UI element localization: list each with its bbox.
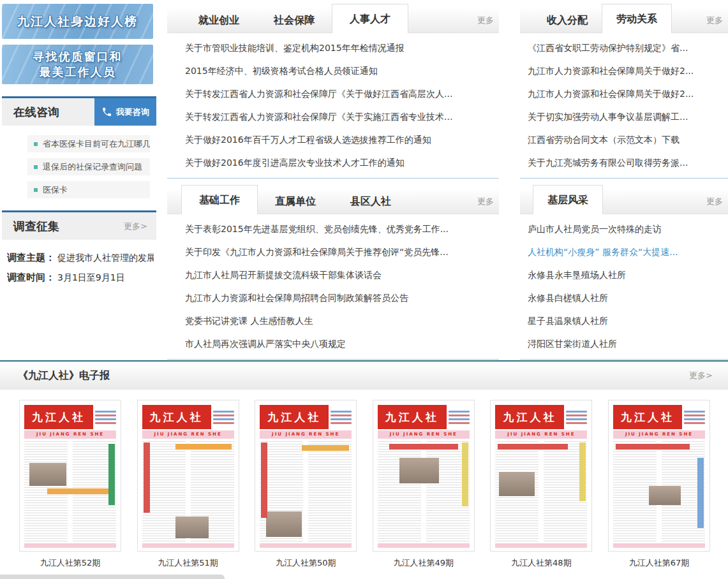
news-item[interactable]: 关于印发《九江市人力资源和社会保障局关于推荐创评“党员先锋...	[185, 240, 499, 263]
tab-employment[interactable]: 就业创业	[181, 8, 256, 33]
tab-county-hr[interactable]: 县区人社	[333, 189, 408, 214]
newspaper-preview-image: 九江人社 JIU JIANG REN SHE	[19, 400, 121, 552]
survey-time-value: 3月1日至9月1日	[57, 272, 125, 282]
newspaper-headline-bar	[389, 444, 458, 450]
news-item[interactable]: 庐山市人社局党员一次特殊的走访	[528, 217, 728, 240]
epaper-thumbnail-issue-50[interactable]: 九江人社 JIU JIANG REN SHE 九江人社第50期	[255, 400, 357, 569]
epaper-more-link[interactable]: 更多>	[689, 370, 722, 381]
tab-income-distribution[interactable]: 收入分配	[533, 8, 602, 33]
consult-question-item[interactable]: 医保卡	[27, 181, 150, 198]
online-consult-header: 在线咨询 我要咨询	[2, 96, 156, 126]
phone-icon	[101, 106, 112, 117]
news-item[interactable]: 永修县永丰垦殖场人社所	[528, 263, 728, 286]
newspaper-masthead-en: JIU JIANG REN SHE	[142, 430, 234, 439]
newspaper-photo	[266, 511, 302, 537]
news-item[interactable]: 九江市人社局召开新提拔交流科级干部集体谈话会	[185, 263, 499, 286]
newspaper-headline-bar	[47, 488, 111, 494]
newspaper-footer-band	[378, 543, 470, 548]
newspaper-footer-band	[495, 543, 587, 548]
newspaper-infobox	[447, 405, 470, 429]
section-grassroots-news: 基层风采 更多 庐山市人社局党员一次特殊的走访 人社机构“小瘦身” 服务群众“大…	[520, 185, 728, 360]
news-item[interactable]: 关于切实加强劳动人事争议基层调解工...	[528, 105, 728, 128]
news-item[interactable]: 关于做好2016年百千万人才工程省级人选选拔推荐工作的通知	[185, 128, 499, 151]
consult-question-item[interactable]: 退保后的社保记录查询问题	[27, 158, 150, 175]
epaper-caption[interactable]: 九江人社第48期	[490, 557, 592, 569]
news-item[interactable]: 党委书记讲党课 人生感悟教人生	[185, 309, 499, 332]
tab-affiliated-units[interactable]: 直属单位	[258, 189, 333, 214]
epaper-caption[interactable]: 九江人社第67期	[608, 557, 710, 569]
top-content-area: 九江人社身边好人榜 寻找优质窗口和 最美工作人员 在线咨询 我要咨询 省本医保卡…	[0, 0, 728, 360]
tab-personnel-talent[interactable]: 人事人才	[332, 4, 408, 33]
employment-more-link[interactable]: 更多	[477, 8, 499, 33]
news-item[interactable]: 江西省劳动合同文本（示范文本）下载	[528, 128, 728, 151]
news-item[interactable]: 关于做好2016年度引进高层次专业技术人才工作的通知	[185, 151, 499, 174]
news-item[interactable]: 九江市人力资源和社会保障局招聘合同制政策解答员公告	[185, 286, 499, 309]
epaper-thumbnail-issue-51[interactable]: 九江人社 JIU JIANG REN SHE 九江人社第51期	[137, 400, 239, 569]
newspaper-body	[260, 441, 352, 542]
newspaper-infobox	[211, 405, 234, 429]
news-item[interactable]: 九江市人力资源和社会保障局关于做好2...	[528, 59, 728, 82]
survey-header: 调查征集 更多>	[2, 210, 156, 240]
epaper-header: 《九江人社》电子报 更多>	[0, 360, 728, 390]
newspaper-side-strip	[261, 443, 267, 518]
labor-news-list: 《江西省女职工劳动保护特别规定》省... 九江市人力资源和社会保障局关于做好2.…	[520, 33, 728, 178]
tab-social-security[interactable]: 社会保障	[256, 8, 332, 33]
news-item[interactable]: 关于表彰2015年先进基层党组织、党员创绩先锋、优秀党务工作...	[185, 217, 499, 240]
basic-work-news-list: 关于表彰2015年先进基层党组织、党员创绩先锋、优秀党务工作... 关于印发《九…	[167, 214, 499, 359]
newspaper-side-strip	[697, 458, 704, 528]
epaper-thumbnail-issue-52[interactable]: 九江人社 JIU JIANG REN SHE 九江人社第52期	[19, 400, 121, 569]
epaper-caption[interactable]: 九江人社第52期	[19, 557, 121, 569]
newspaper-infobox	[329, 405, 352, 429]
newspaper-footer-band	[613, 543, 705, 548]
news-item[interactable]: 关于转发江西省人力资源和社会保障厅《关于做好江西省高层次人...	[185, 82, 499, 105]
newspaper-masthead: 九江人社	[378, 405, 447, 429]
tab-labor-relations[interactable]: 劳动关系	[602, 4, 672, 33]
right-column: 收入分配 劳动关系 更多 《江西省女职工劳动保护特别规定》省... 九江市人力资…	[520, 4, 728, 360]
news-item-highlighted[interactable]: 人社机构“小瘦身” 服务群众“大提速...	[528, 240, 728, 263]
newspaper-body	[495, 441, 587, 542]
newspaper-preview-image: 九江人社 JIU JIANG REN SHE	[608, 400, 710, 552]
news-item[interactable]: 关于转发江西省人力资源和社会保障厅《关于实施江西省专业技术...	[185, 105, 499, 128]
grassroots-more-link[interactable]: 更多	[706, 189, 728, 214]
basic-work-tabbar: 基础工作 直属单位 县区人社 更多	[167, 185, 499, 214]
epaper-caption[interactable]: 九江人社第50期	[255, 557, 357, 569]
newspaper-infobox	[564, 405, 587, 429]
ask-consult-button[interactable]: 我要咨询	[94, 98, 156, 126]
epaper-title: 《九江人社》电子报	[18, 369, 110, 383]
newspaper-masthead-en: JIU JIANG REN SHE	[495, 430, 587, 439]
news-item[interactable]: 2015年经济中、初级资格考试合格人员领证通知	[185, 59, 499, 82]
newspaper-photo	[399, 458, 439, 483]
employment-news-list: 关于市管职业技能培训、鉴定机构2015年年检情况通报 2015年经济中、初级资格…	[167, 33, 499, 178]
epaper-caption[interactable]: 九江人社第49期	[373, 557, 475, 569]
newspaper-photo	[29, 463, 66, 486]
news-item[interactable]: 永修县白槎镇人社所	[528, 286, 728, 309]
middle-column: 就业创业 社会保障 人事人才 更多 关于市管职业技能培训、鉴定机构2015年年检…	[167, 4, 499, 360]
news-item[interactable]: 星子县温泉镇人社所	[528, 309, 728, 332]
newspaper-masthead: 九江人社	[260, 405, 329, 429]
banner-good-people-list[interactable]: 九江人社身边好人榜	[2, 4, 153, 39]
square-bullet-icon	[34, 142, 38, 146]
labor-more-link[interactable]: 更多	[706, 8, 728, 33]
consult-question-item[interactable]: 省本医保卡目前可在九江哪几家医...	[27, 135, 150, 152]
news-item[interactable]: 浔阳区甘棠街道人社所	[528, 332, 728, 355]
news-item[interactable]: 关于市管职业技能培训、鉴定机构2015年年检情况通报	[185, 36, 499, 59]
newspaper-photo	[499, 472, 535, 496]
epaper-thumbnail-issue-48[interactable]: 九江人社 JIU JIANG REN SHE 九江人社第48期	[490, 400, 592, 569]
news-item[interactable]: 关于九江亮城劳务有限公司取得劳务派...	[528, 151, 728, 174]
newspaper-headline-bar	[616, 444, 690, 450]
epaper-thumbnail-issue-49[interactable]: 九江人社 JIU JIANG REN SHE 九江人社第49期	[373, 400, 475, 569]
news-item[interactable]: 九江市人力资源和社会保障局关于做好2...	[528, 82, 728, 105]
news-item[interactable]: 《江西省女职工劳动保护特别规定》省...	[528, 36, 728, 59]
survey-body: 调查主题：促进我市人社管理的发展 调查时间：3月1日至9月1日	[2, 240, 156, 288]
banner-best-window-staff[interactable]: 寻找优质窗口和 最美工作人员	[2, 45, 153, 84]
epaper-thumbnail-issue-67[interactable]: 九江人社 JIU JIANG REN SHE 九江人社第67期	[608, 400, 710, 569]
epaper-caption[interactable]: 九江人社第51期	[137, 557, 239, 569]
news-item[interactable]: 市人社局再次强调从严落实中央八项规定	[185, 332, 499, 355]
basic-work-more-link[interactable]: 更多	[477, 189, 499, 214]
survey-time-label: 调查时间：	[7, 272, 55, 283]
survey-more-link[interactable]: 更多>	[124, 221, 156, 232]
grassroots-tabbar: 基层风采 更多	[520, 185, 728, 214]
newspaper-body	[142, 441, 234, 542]
tab-grassroots-style[interactable]: 基层风采	[533, 185, 603, 214]
tab-basic-work[interactable]: 基础工作	[181, 185, 258, 214]
